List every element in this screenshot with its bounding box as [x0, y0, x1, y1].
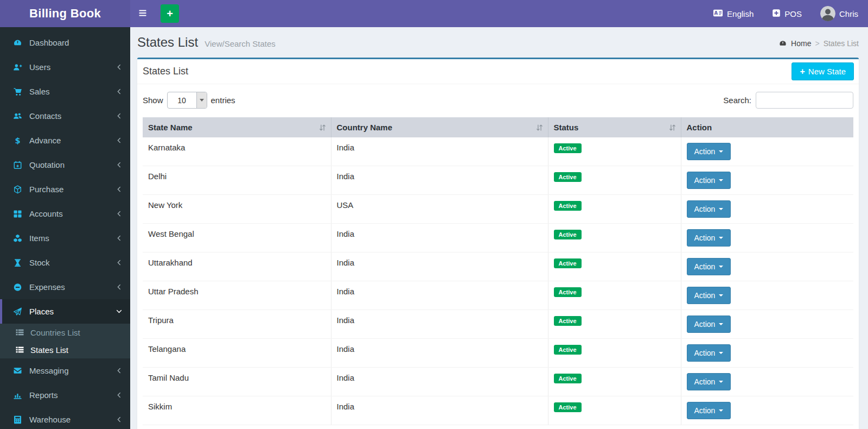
chevron-left-icon [116, 112, 123, 119]
sidebar-link-sales[interactable]: Sales [0, 79, 130, 104]
breadcrumb-home[interactable]: Home [791, 39, 811, 48]
search-input[interactable] [756, 92, 853, 109]
column-header-state-name[interactable]: State Name [143, 117, 331, 137]
action-cell: Action [681, 166, 853, 195]
sidebar-link-reports[interactable]: Reports [0, 383, 130, 407]
sidebar-sublink-countries-list[interactable]: Countries List [0, 324, 130, 341]
action-cell: Action [681, 253, 853, 281]
sidebar-link-places[interactable]: Places [0, 299, 130, 324]
pos-menu[interactable]: POS [772, 9, 802, 19]
action-button[interactable]: Action [687, 172, 731, 189]
search-label: Search: [723, 96, 751, 105]
country-name-cell: India [331, 166, 548, 195]
sidebar-link-warehouse[interactable]: Warehouse [0, 407, 130, 429]
sidebar-item-accounts: Accounts [0, 201, 130, 226]
chevron-left-icon [116, 416, 123, 423]
sidebar-link-accounts[interactable]: Accounts [0, 201, 130, 226]
caret-down-icon [719, 208, 723, 210]
sidebar-item-quotation: Quotation [0, 153, 130, 177]
action-button-label: Action [694, 205, 716, 213]
panel-title: States List [143, 66, 188, 77]
caret-down-icon [719, 323, 723, 325]
action-button[interactable]: Action [687, 316, 731, 333]
table-row: UttarakhandIndiaActiveAction [143, 253, 853, 281]
status-cell: Active [548, 339, 681, 368]
quick-add-button[interactable]: + [161, 4, 179, 23]
sidebar-item-label: Users [29, 62, 116, 72]
action-button-label: Action [694, 234, 716, 242]
top-navbar: Billing Book + A English [0, 0, 868, 27]
caret-down-icon [719, 409, 723, 412]
action-button[interactable]: Action [687, 373, 731, 390]
show-label: Show [143, 96, 163, 105]
sidebar-item-expenses: Expenses [0, 275, 130, 299]
sidebar-sublink-states-list[interactable]: States List [0, 341, 130, 358]
state-name-cell: West Bengal [143, 224, 331, 253]
sidebar-link-quotation[interactable]: Quotation [0, 153, 130, 177]
sidebar-link-messaging[interactable]: Messaging [0, 358, 130, 383]
new-state-button[interactable]: + New State [792, 62, 854, 80]
action-cell: Action [681, 339, 853, 368]
action-button-label: Action [694, 147, 716, 156]
action-button[interactable]: Action [687, 229, 731, 247]
sidebar-link-users[interactable]: Users [0, 55, 130, 79]
sidebar-link-advance[interactable]: $Advance [0, 128, 130, 153]
state-name-cell: Delhi [143, 166, 331, 195]
table-row: West BengalIndiaActiveAction [143, 224, 853, 253]
state-name-cell: Sikkim [143, 396, 331, 425]
sidebar-item-label: Places [29, 307, 116, 316]
page-size-value: 10 [168, 92, 196, 108]
country-name-cell: India [331, 396, 548, 425]
action-button[interactable]: Action [687, 258, 731, 275]
bar-chart-icon [13, 391, 23, 400]
column-header-label: Status [554, 123, 579, 132]
user-menu[interactable]: Chris [820, 6, 858, 21]
action-button[interactable]: Action [687, 344, 731, 362]
chevron-left-icon [116, 259, 123, 266]
chevron-left-icon [116, 161, 123, 168]
sidebar-link-contacts[interactable]: Contacts [0, 104, 130, 128]
app-logo[interactable]: Billing Book [0, 0, 130, 27]
language-menu[interactable]: A English [713, 9, 754, 19]
dashboard-icon [779, 40, 787, 47]
page-title: States List [137, 35, 198, 49]
sidebar-link-purchase[interactable]: Purchase [0, 177, 130, 201]
action-button[interactable]: Action [687, 200, 731, 218]
status-badge: Active [554, 374, 582, 383]
sidebar-toggle-button[interactable] [130, 0, 155, 27]
list-icon [15, 328, 25, 337]
action-cell: Action [681, 195, 853, 224]
sort-icon [318, 123, 327, 131]
caret-down-icon [719, 294, 723, 296]
country-name-cell: USA [331, 195, 548, 224]
action-button[interactable]: Action [687, 287, 731, 304]
sidebar-subitem-states-list: States List [0, 341, 130, 358]
calculator-icon [13, 415, 23, 424]
sidebar-link-dashboard[interactable]: Dashboard [0, 30, 130, 55]
column-header-status[interactable]: Status [548, 117, 681, 137]
status-badge: Active [554, 201, 582, 211]
status-cell: Active [548, 396, 681, 425]
status-cell: Active [548, 368, 681, 396]
sidebar-link-items[interactable]: Items [0, 226, 130, 250]
sidebar-link-expenses[interactable]: Expenses [0, 275, 130, 299]
dashboard-icon [13, 39, 23, 47]
navbar-right: A English POS Chris [713, 6, 858, 21]
calendar-plus-icon [13, 161, 23, 169]
user-avatar [820, 6, 835, 21]
table-body: KarnatakaIndiaActiveActionDelhiIndiaActi… [143, 137, 853, 425]
action-button[interactable]: Action [687, 402, 731, 419]
panel-header: States List + New State [137, 59, 859, 84]
status-cell: Active [548, 281, 681, 310]
sidebar-item-label: Warehouse [29, 415, 116, 424]
action-cell: Action [681, 396, 853, 425]
sidebar-link-stock[interactable]: Stock [0, 250, 130, 275]
column-header-country-name[interactable]: Country Name [331, 117, 548, 137]
sort-icon [535, 123, 544, 131]
navbar-left: + [130, 0, 179, 27]
caret-down-icon [719, 179, 723, 181]
action-button[interactable]: Action [687, 143, 731, 160]
page-size-select[interactable]: 10 [167, 92, 207, 109]
status-cell: Active [548, 137, 681, 166]
country-name-cell: India [331, 253, 548, 281]
